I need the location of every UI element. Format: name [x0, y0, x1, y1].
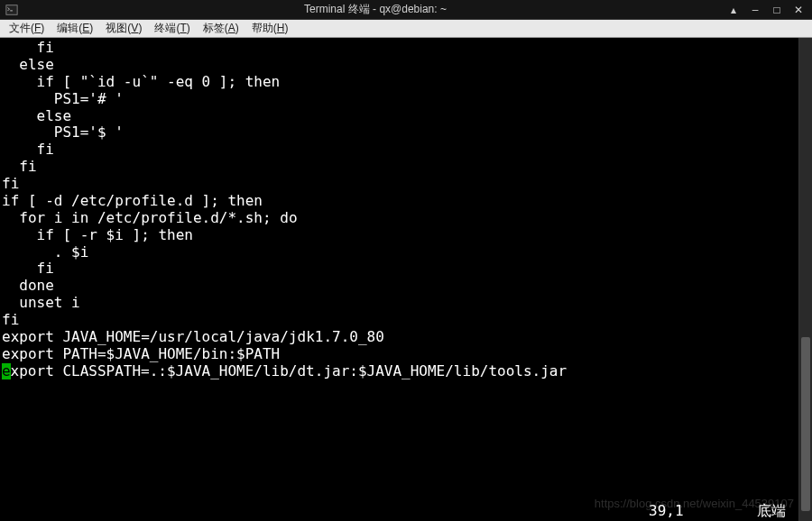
rollup-button[interactable]: ▴: [727, 4, 740, 16]
terminal-app-icon: [4, 2, 20, 18]
terminal-line: for i in /etc/profile.d/*.sh; do: [2, 210, 798, 227]
status-location: 底端: [757, 502, 798, 519]
titlebar: Terminal 终端 - qx@debian: ~ ▴ – □ ✕: [0, 0, 812, 20]
terminal-line: else: [2, 57, 798, 74]
menu-view[interactable]: 视图(V): [100, 20, 147, 37]
terminal-line: unset i: [2, 295, 798, 312]
scrollbar[interactable]: [798, 38, 812, 521]
terminal-line: else: [2, 108, 798, 125]
terminal-cursor-line: export CLASSPATH=.:$JAVA_HOME/lib/dt.jar…: [2, 363, 798, 380]
window-controls: ▴ – □ ✕: [727, 4, 812, 16]
terminal-line: if [ -d /etc/profile.d ]; then: [2, 193, 798, 210]
close-button[interactable]: ✕: [792, 4, 805, 16]
terminal-line: done: [2, 278, 798, 295]
menu-file[interactable]: 文件(F): [4, 20, 50, 37]
terminal-line: export PATH=$JAVA_HOME/bin:$PATH: [2, 346, 798, 363]
terminal-line: fi: [2, 159, 798, 176]
status-position: 39,1: [649, 502, 757, 519]
status-left: [0, 502, 649, 519]
terminal-content[interactable]: fi else if [ "`id -u`" -eq 0 ]; then PS1…: [0, 38, 798, 521]
menu-terminal[interactable]: 终端(T): [149, 20, 195, 37]
minimize-button[interactable]: –: [749, 4, 761, 16]
svg-rect-0: [6, 5, 17, 14]
menu-help[interactable]: 帮助(H): [246, 20, 294, 37]
menu-tabs[interactable]: 标签(A): [198, 20, 245, 37]
menu-edit[interactable]: 编辑(E): [51, 20, 98, 37]
terminal-line: fi: [2, 260, 798, 278]
vim-status-line: 39,1 底端: [0, 502, 798, 519]
terminal-line: if [ -r $i ]; then: [2, 227, 798, 244]
terminal-line: fi: [2, 40, 798, 57]
maximize-button[interactable]: □: [770, 4, 783, 16]
terminal-cursor: e: [2, 363, 11, 379]
terminal-line: PS1='$ ': [2, 124, 798, 142]
terminal-line: fi: [2, 176, 798, 193]
terminal-line: fi: [2, 312, 798, 329]
terminal-line: . $i: [2, 244, 798, 261]
window-title: Terminal 终端 - qx@debian: ~: [23, 2, 727, 17]
menubar: 文件(F) 编辑(E) 视图(V) 终端(T) 标签(A) 帮助(H): [0, 20, 812, 38]
scrollbar-thumb[interactable]: [801, 337, 810, 511]
terminal-area: fi else if [ "`id -u`" -eq 0 ]; then PS1…: [0, 38, 812, 521]
terminal-line: if [ "`id -u`" -eq 0 ]; then: [2, 74, 798, 91]
terminal-line: export JAVA_HOME=/usr/local/java/jdk1.7.…: [2, 329, 798, 346]
terminal-line: fi: [2, 142, 798, 159]
terminal-line: PS1='# ': [2, 91, 798, 108]
